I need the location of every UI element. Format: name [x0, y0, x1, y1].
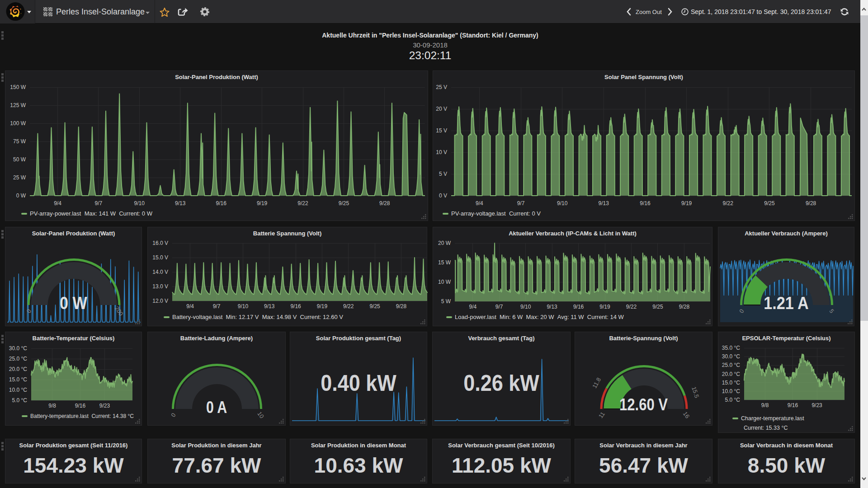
svg-text:15.0 °C: 15.0 °C [722, 380, 740, 386]
svg-text:30.0 °C: 30.0 °C [722, 353, 740, 360]
svg-text:9/13: 9/13 [547, 304, 557, 310]
svg-text:15 W: 15 W [438, 259, 451, 266]
svg-text:12.0 V: 12.0 V [152, 298, 168, 304]
svg-text:9/10: 9/10 [134, 200, 145, 206]
svg-text:75 W: 75 W [13, 138, 26, 145]
svg-text:15.0 °C: 15.0 °C [9, 376, 27, 383]
svg-text:9/16: 9/16 [290, 303, 301, 310]
svg-text:25.0 °C: 25.0 °C [9, 356, 27, 362]
svg-text:9/4: 9/4 [469, 304, 476, 310]
svg-text:125 W: 125 W [10, 102, 26, 108]
svg-text:9/28: 9/28 [806, 200, 816, 206]
svg-text:9/10: 9/10 [520, 304, 531, 310]
svg-text:25.0 °C: 25.0 °C [722, 362, 740, 368]
svg-text:10 W: 10 W [438, 279, 451, 285]
svg-text:9/4: 9/4 [476, 200, 483, 206]
svg-text:9/25: 9/25 [764, 200, 775, 206]
svg-text:10 V: 10 V [436, 149, 447, 155]
svg-text:9/16: 9/16 [788, 402, 798, 408]
svg-text:11.8: 11.8 [591, 376, 602, 389]
svg-text:9/13: 9/13 [175, 200, 186, 206]
svg-text:10.0 °C: 10.0 °C [722, 388, 740, 394]
svg-text:20 V: 20 V [436, 106, 447, 112]
svg-text:9/13: 9/13 [264, 303, 275, 310]
svg-text:9/16: 9/16 [640, 200, 651, 206]
svg-text:9/23: 9/23 [99, 403, 110, 409]
svg-text:9/19: 9/19 [257, 200, 268, 206]
svg-text:9/7: 9/7 [95, 200, 103, 206]
svg-text:25 V: 25 V [436, 84, 447, 90]
svg-text:20.0 °C: 20.0 °C [722, 371, 740, 377]
svg-text:35.0 °C: 35.0 °C [722, 345, 740, 351]
svg-text:9/28: 9/28 [679, 304, 690, 310]
svg-text:9/16: 9/16 [216, 200, 227, 206]
svg-text:9/22: 9/22 [343, 303, 354, 310]
svg-text:9/19: 9/19 [599, 304, 610, 310]
svg-text:9/16: 9/16 [75, 403, 86, 409]
svg-text:14.0 V: 14.0 V [152, 269, 168, 275]
svg-text:9/4: 9/4 [54, 200, 61, 206]
svg-text:5 V: 5 V [439, 171, 447, 177]
svg-text:5.0 °C: 5.0 °C [12, 397, 28, 404]
svg-text:15.0 V: 15.0 V [152, 254, 168, 261]
svg-text:9/13: 9/13 [599, 200, 609, 206]
svg-text:9/22: 9/22 [626, 304, 637, 310]
svg-text:9/22: 9/22 [297, 200, 308, 206]
svg-text:10.0 °C: 10.0 °C [9, 387, 27, 393]
svg-text:25 W: 25 W [13, 174, 26, 181]
svg-text:15 V: 15 V [436, 127, 447, 134]
svg-text:30.0 °C: 30.0 °C [9, 345, 27, 352]
svg-text:9/19: 9/19 [317, 303, 328, 310]
svg-text:16.0 V: 16.0 V [152, 240, 168, 246]
svg-text:0 W: 0 W [16, 192, 26, 199]
svg-text:9/25: 9/25 [652, 304, 663, 310]
svg-text:9/25: 9/25 [339, 200, 349, 206]
svg-text:9/28: 9/28 [396, 303, 407, 310]
svg-text:9/8: 9/8 [761, 402, 769, 408]
svg-text:9/7: 9/7 [213, 303, 221, 310]
svg-text:9/4: 9/4 [186, 303, 194, 310]
svg-text:20.0 °C: 20.0 °C [9, 366, 27, 372]
svg-text:50 W: 50 W [13, 156, 26, 163]
svg-text:150 W: 150 W [10, 84, 26, 90]
svg-text:9/8: 9/8 [48, 403, 56, 409]
svg-text:20 W: 20 W [438, 240, 451, 246]
svg-text:9/7: 9/7 [495, 304, 503, 310]
svg-text:9/7: 9/7 [517, 200, 525, 206]
svg-text:13.0 V: 13.0 V [152, 283, 168, 290]
svg-text:9/10: 9/10 [238, 303, 249, 310]
svg-text:9/23: 9/23 [811, 402, 822, 408]
svg-text:9/19: 9/19 [681, 200, 692, 206]
svg-text:5 W: 5 W [441, 298, 451, 305]
svg-text:0 V: 0 V [439, 192, 447, 199]
svg-text:9/28: 9/28 [379, 200, 390, 206]
svg-text:5.0 °C: 5.0 °C [725, 397, 741, 403]
svg-text:9/25: 9/25 [369, 303, 380, 310]
svg-text:9/16: 9/16 [573, 304, 584, 310]
svg-text:9/22: 9/22 [723, 200, 734, 206]
svg-text:100 W: 100 W [10, 120, 26, 127]
svg-text:9/10: 9/10 [557, 200, 568, 206]
